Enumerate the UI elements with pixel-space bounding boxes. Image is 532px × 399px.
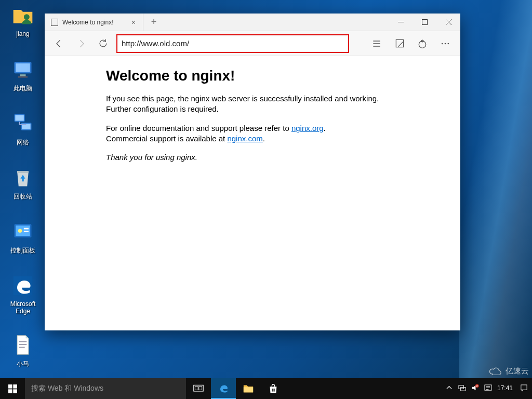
reading-list-button[interactable] — [366, 33, 388, 54]
svg-rect-13 — [24, 231, 29, 232]
link-nginx-com[interactable]: nginx.com — [227, 134, 262, 143]
svg-rect-3 — [20, 74, 26, 76]
svg-rect-12 — [24, 228, 29, 230]
svg-rect-33 — [244, 387, 253, 392]
desktop-icon-control-panel[interactable]: 控制面板 — [3, 219, 43, 255]
tab-title: Welcome to nginx! — [62, 19, 114, 26]
watermark-text: 亿速云 — [506, 366, 529, 376]
desktop-icon-user[interactable]: jiang — [3, 3, 43, 37]
browser-toolbar — [45, 31, 460, 56]
svg-rect-37 — [273, 390, 274, 391]
address-bar[interactable] — [118, 36, 347, 51]
more-button[interactable] — [434, 33, 456, 54]
svg-rect-15 — [19, 341, 27, 342]
svg-rect-35 — [273, 389, 274, 390]
desktop-icon-label: Microsoft — [3, 300, 43, 308]
desktop-icon-computer[interactable]: 此电脑 — [3, 57, 43, 93]
search-placeholder: 搜索 Web 和 Windows — [31, 384, 103, 393]
tray-clock[interactable]: 17:41 — [497, 385, 515, 392]
taskbar-app-store[interactable] — [261, 378, 286, 399]
svg-rect-26 — [8, 384, 12, 389]
desktop-icon-label: Edge — [3, 308, 43, 315]
system-tray: 17:41 — [441, 378, 532, 399]
network-icon — [10, 111, 35, 136]
desktop-icon-label: 小马 — [3, 360, 43, 368]
task-view-button[interactable] — [186, 378, 211, 399]
svg-rect-20 — [396, 39, 403, 47]
tray-ime-icon[interactable] — [484, 384, 492, 393]
windows-icon — [8, 384, 17, 393]
window-close-button[interactable] — [436, 14, 460, 31]
svg-point-23 — [442, 43, 443, 44]
edge-icon — [10, 273, 35, 298]
tab-close-button[interactable]: × — [129, 17, 138, 28]
svg-rect-34 — [272, 389, 273, 390]
forward-button[interactable] — [71, 33, 91, 54]
page-icon — [51, 19, 58, 26]
titlebar: Welcome to nginx! × + — [45, 14, 460, 31]
user-folder-icon — [10, 3, 35, 28]
desktop-icon-network[interactable]: 网络 — [3, 111, 43, 147]
store-icon — [268, 383, 279, 394]
svg-rect-28 — [8, 389, 12, 393]
svg-point-11 — [18, 229, 22, 233]
window-minimize-button[interactable] — [389, 14, 413, 31]
svg-rect-19 — [422, 20, 427, 25]
control-panel-icon — [10, 219, 35, 244]
desktop-icon-textfile[interactable]: 小马 — [3, 332, 43, 368]
page-content: Welcome to nginx! If you see this page, … — [45, 56, 460, 330]
svg-point-25 — [448, 43, 449, 44]
svg-rect-29 — [13, 389, 17, 393]
window-maximize-button[interactable] — [413, 14, 436, 31]
taskbar-search[interactable]: 搜索 Web 和 Windows — [25, 378, 186, 399]
svg-point-0 — [24, 14, 30, 20]
desktop-icon-label: 网络 — [3, 138, 43, 147]
svg-rect-4 — [18, 76, 28, 78]
svg-rect-31 — [195, 387, 198, 390]
new-tab-button[interactable]: + — [143, 14, 164, 31]
svg-rect-18 — [398, 22, 404, 22]
clock-time: 17:41 — [497, 385, 513, 392]
taskbar-app-edge[interactable] — [211, 378, 236, 399]
link-nginx-org[interactable]: nginx.org — [291, 124, 324, 132]
taskbar: 搜索 Web 和 Windows 17:41 — [0, 378, 532, 399]
svg-rect-2 — [16, 63, 30, 72]
tray-chevron-up-icon[interactable] — [445, 384, 453, 393]
svg-rect-17 — [19, 347, 25, 348]
back-button[interactable] — [49, 33, 70, 54]
desktop-icon-label: 控制面板 — [3, 246, 43, 255]
desktop-icon-label: 回收站 — [3, 192, 43, 201]
svg-rect-42 — [521, 385, 527, 390]
page-paragraph: For online documentation and support ple… — [106, 123, 397, 144]
svg-rect-6 — [15, 115, 24, 121]
start-button[interactable] — [0, 378, 25, 399]
page-paragraph: If you see this page, the nginx web serv… — [106, 94, 397, 115]
folder-icon — [243, 383, 254, 394]
tray-notifications-icon[interactable] — [520, 384, 528, 393]
svg-rect-27 — [13, 384, 17, 389]
page-heading: Welcome to nginx! — [106, 68, 397, 84]
svg-rect-16 — [19, 344, 27, 345]
desktop-icon-edge[interactable]: Microsoft Edge — [3, 273, 43, 315]
desktop-icon-label: 此电脑 — [3, 84, 43, 93]
refresh-button[interactable] — [92, 33, 113, 54]
computer-icon — [10, 57, 35, 82]
recycle-bin-icon — [10, 165, 35, 190]
share-button[interactable] — [411, 33, 433, 54]
text-file-icon — [10, 332, 35, 357]
svg-rect-32 — [199, 387, 202, 390]
desktop-icon-label: jiang — [3, 30, 43, 37]
notes-button[interactable] — [389, 33, 410, 54]
edge-icon — [217, 382, 230, 394]
page-thanks: Thank you for using nginx. — [106, 153, 197, 162]
desktop-icon-recycle[interactable]: 回收站 — [3, 165, 43, 201]
browser-tab[interactable]: Welcome to nginx! × — [45, 14, 143, 31]
watermark: 亿速云 — [489, 366, 529, 376]
svg-rect-36 — [272, 390, 273, 391]
address-bar-highlight — [116, 34, 349, 53]
svg-point-24 — [445, 43, 446, 44]
browser-window: Welcome to nginx! × + Welcome to nginx! … — [45, 14, 460, 330]
tray-network-icon[interactable] — [458, 384, 466, 393]
taskbar-app-explorer[interactable] — [236, 378, 261, 399]
tray-volume-icon[interactable] — [471, 384, 479, 393]
